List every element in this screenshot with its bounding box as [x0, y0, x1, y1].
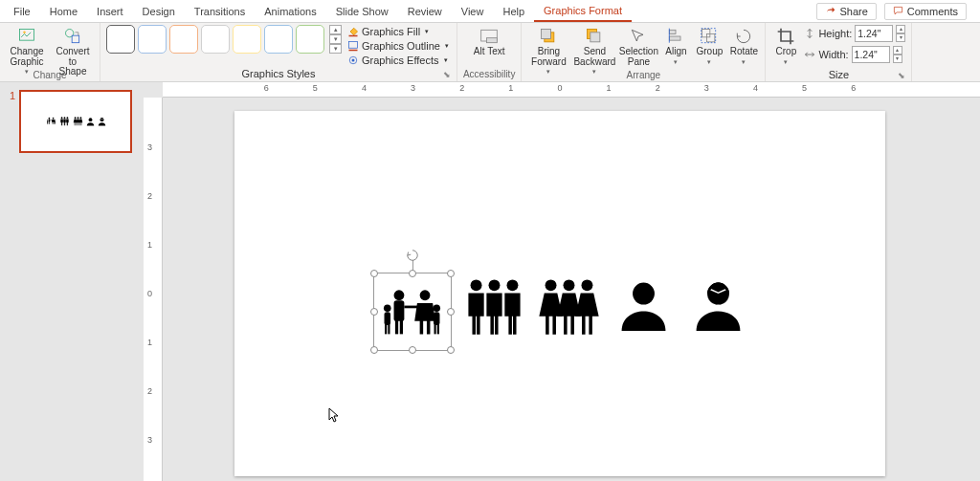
width-field[interactable]: Width: ▴▾ [804, 46, 905, 63]
share-label: Share [839, 6, 867, 17]
handle-e[interactable] [447, 308, 455, 316]
graphics-effects-button[interactable]: Graphics Effects▾ [345, 54, 451, 67]
height-label: Height: [818, 28, 852, 39]
comments-button[interactable]: Comments [884, 3, 967, 20]
handle-nw[interactable] [370, 270, 378, 277]
style-swatch-3[interactable] [169, 25, 198, 54]
alt-text-button[interactable]: Alt Text [468, 25, 510, 59]
rotate-label: Rotate [730, 47, 758, 57]
selection-pane-label: Selection Pane [619, 47, 658, 67]
group-size: Crop▾ Height: ▴▾ Width: ▴▾ Size⬊ [766, 23, 912, 81]
handle-w[interactable] [370, 308, 378, 316]
crop-icon [776, 27, 795, 46]
slide[interactable] [234, 111, 885, 476]
outline-label: Graphics Outline [362, 40, 440, 52]
tab-animations[interactable]: Animations [255, 2, 325, 21]
styles-launcher[interactable]: ⬊ [443, 70, 451, 79]
style-swatch-6[interactable] [264, 25, 293, 54]
ribbon: Change Graphic ▾ Convert to Shape Change… [0, 23, 980, 82]
selection-pane-button[interactable]: Selection Pane [619, 25, 657, 69]
height-field[interactable]: Height: ▴▾ [804, 25, 905, 42]
svg-rect-3 [72, 35, 79, 42]
outline-icon [347, 40, 359, 52]
bring-forward-icon [539, 27, 558, 46]
svg-rect-4 [349, 35, 358, 37]
comments-label: Comments [907, 6, 958, 17]
height-input[interactable] [855, 25, 893, 42]
rotation-handle[interactable] [406, 249, 419, 262]
bust-icon[interactable] [617, 278, 670, 331]
style-swatch-4[interactable] [201, 25, 230, 54]
family-icon[interactable] [381, 282, 443, 339]
rotate-icon [734, 27, 753, 46]
width-label: Width: [818, 49, 848, 60]
svg-rect-6 [349, 50, 358, 52]
tab-slideshow[interactable]: Slide Show [326, 2, 398, 21]
group-change-label: Change [6, 69, 94, 82]
group-accessibility: Alt Text Accessibility [457, 23, 522, 81]
tab-design[interactable]: Design [133, 2, 185, 21]
style-gallery[interactable]: ▴▾▾ [106, 25, 342, 54]
svg-rect-0 [20, 30, 34, 41]
slide-number: 1 [10, 90, 15, 153]
send-backward-label: Send Backward [573, 47, 615, 67]
svg-rect-14 [590, 33, 600, 42]
group-change: Change Graphic ▾ Convert to Shape Change [0, 23, 100, 81]
height-spinner[interactable]: ▴▾ [896, 25, 905, 42]
tab-transitions[interactable]: Transitions [185, 2, 255, 21]
tab-view[interactable]: View [452, 2, 494, 21]
crop-label: Crop [776, 47, 797, 57]
slide-thumbnail-1[interactable] [19, 90, 132, 153]
handle-n[interactable] [409, 270, 416, 277]
three-women-icon[interactable] [538, 273, 600, 339]
handle-ne[interactable] [447, 270, 455, 277]
group-accessibility-label: Accessibility [463, 68, 515, 81]
slide-canvas[interactable]: 6543210123456 3210123 [144, 82, 980, 481]
style-swatch-7[interactable] [296, 25, 324, 54]
group-arrange: Bring Forward▾ Send Backward▾ Selection … [522, 23, 766, 81]
three-men-icon[interactable] [463, 273, 525, 339]
align-label: Align [665, 47, 686, 57]
convert-shape-icon [63, 27, 82, 46]
handle-se[interactable] [447, 346, 455, 354]
width-spinner[interactable]: ▴▾ [893, 46, 902, 63]
effects-icon [347, 55, 359, 66]
handle-sw[interactable] [370, 346, 378, 354]
mouse-cursor [328, 407, 340, 426]
align-button[interactable]: Align▾ [661, 25, 690, 68]
width-input[interactable] [852, 46, 890, 63]
group-button-label: Group [697, 47, 724, 57]
group-arrange-label: Arrange [527, 69, 759, 82]
style-swatch-5[interactable] [233, 25, 261, 54]
svg-rect-20 [702, 29, 716, 43]
tab-review[interactable]: Review [398, 2, 452, 21]
change-graphic-label: Change Graphic [8, 47, 46, 67]
bust-hair-icon[interactable] [692, 278, 745, 331]
svg-point-8 [352, 59, 355, 62]
gallery-scroll[interactable]: ▴▾▾ [329, 25, 342, 54]
share-icon [825, 6, 835, 16]
tab-strip: File Home Insert Design Transitions Anim… [0, 0, 980, 23]
size-launcher[interactable]: ⬊ [898, 71, 905, 80]
style-swatch-1[interactable] [106, 25, 135, 54]
vertical-ruler: 3210123 [144, 98, 163, 481]
tab-file[interactable]: File [4, 2, 40, 21]
handle-s[interactable] [409, 346, 416, 354]
rotate-button[interactable]: Rotate▾ [728, 25, 759, 68]
svg-rect-15 [670, 30, 677, 33]
share-button[interactable]: Share [816, 3, 876, 20]
graphics-fill-button[interactable]: Graphics Fill▾ [345, 25, 451, 38]
tab-insert[interactable]: Insert [87, 2, 133, 21]
fill-label: Graphics Fill [362, 26, 420, 37]
tab-graphics-format[interactable]: Graphics Format [534, 1, 632, 22]
group-size-label: Size⬊ [771, 68, 905, 82]
tab-home[interactable]: Home [40, 2, 87, 21]
tab-help[interactable]: Help [493, 2, 534, 21]
graphics-outline-button[interactable]: Graphics Outline▾ [345, 39, 451, 53]
group-button[interactable]: Group▾ [694, 25, 724, 68]
svg-rect-5 [349, 42, 358, 49]
style-swatch-2[interactable] [138, 25, 167, 54]
svg-rect-18 [702, 30, 710, 37]
thumbnail-pane[interactable]: 1 [0, 82, 144, 481]
crop-button[interactable]: Crop▾ [771, 25, 800, 68]
